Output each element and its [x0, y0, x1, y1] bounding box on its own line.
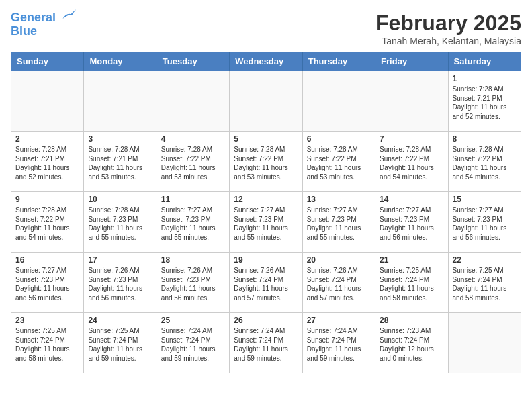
- calendar-cell: [375, 71, 448, 132]
- calendar-cell: 7Sunrise: 7:28 AM Sunset: 7:22 PM Daylig…: [375, 132, 448, 192]
- logo: General Blue: [11, 11, 77, 38]
- day-info: Sunrise: 7:28 AM Sunset: 7:22 PM Dayligh…: [307, 145, 371, 181]
- day-number: 27: [307, 316, 371, 325]
- calendar-cell: 20Sunrise: 7:26 AM Sunset: 7:24 PM Dayli…: [302, 253, 375, 313]
- day-info: Sunrise: 7:27 AM Sunset: 7:23 PM Dayligh…: [234, 205, 298, 242]
- day-number: 10: [88, 195, 152, 204]
- day-number: 5: [234, 134, 298, 144]
- week-row-0: 1Sunrise: 7:28 AM Sunset: 7:21 PM Daylig…: [11, 71, 521, 132]
- day-number: 23: [15, 316, 79, 325]
- calendar-cell: 1Sunrise: 7:28 AM Sunset: 7:21 PM Daylig…: [448, 71, 521, 132]
- day-number: 9: [15, 195, 79, 204]
- calendar-cell: [157, 71, 229, 132]
- day-number: 16: [15, 255, 79, 265]
- logo-general: General: [11, 11, 56, 24]
- day-info: Sunrise: 7:28 AM Sunset: 7:23 PM Dayligh…: [88, 205, 152, 242]
- day-info: Sunrise: 7:28 AM Sunset: 7:21 PM Dayligh…: [88, 145, 152, 181]
- calendar-table: SundayMondayTuesdayWednesdayThursdayFrid…: [11, 52, 521, 373]
- day-info: Sunrise: 7:28 AM Sunset: 7:22 PM Dayligh…: [15, 205, 79, 242]
- calendar-cell: 8Sunrise: 7:28 AM Sunset: 7:22 PM Daylig…: [448, 132, 521, 192]
- day-number: 15: [453, 195, 517, 204]
- calendar-cell: 15Sunrise: 7:27 AM Sunset: 7:23 PM Dayli…: [448, 192, 521, 253]
- day-number: 7: [380, 134, 443, 144]
- logo-bird-icon: [60, 8, 77, 21]
- day-number: 28: [380, 316, 443, 325]
- calendar-cell: 25Sunrise: 7:24 AM Sunset: 7:24 PM Dayli…: [157, 313, 229, 373]
- day-info: Sunrise: 7:24 AM Sunset: 7:24 PM Dayligh…: [234, 326, 298, 363]
- calendar-cell: [84, 71, 157, 132]
- day-info: Sunrise: 7:23 AM Sunset: 7:24 PM Dayligh…: [380, 326, 443, 363]
- day-number: 20: [307, 255, 371, 265]
- calendar-cell: [448, 313, 521, 373]
- column-header-tuesday: Tuesday: [157, 52, 229, 71]
- calendar-cell: 17Sunrise: 7:26 AM Sunset: 7:23 PM Dayli…: [84, 253, 157, 313]
- day-number: 12: [234, 195, 298, 204]
- calendar-header-row: SundayMondayTuesdayWednesdayThursdayFrid…: [11, 52, 521, 71]
- day-info: Sunrise: 7:27 AM Sunset: 7:23 PM Dayligh…: [453, 205, 517, 242]
- calendar-cell: 10Sunrise: 7:28 AM Sunset: 7:23 PM Dayli…: [84, 192, 157, 253]
- column-header-sunday: Sunday: [11, 52, 84, 71]
- day-number: 4: [161, 134, 225, 144]
- calendar-cell: [302, 71, 375, 132]
- day-number: 19: [234, 255, 298, 265]
- column-header-thursday: Thursday: [302, 52, 375, 71]
- calendar-cell: 2Sunrise: 7:28 AM Sunset: 7:21 PM Daylig…: [11, 132, 84, 192]
- day-info: Sunrise: 7:28 AM Sunset: 7:22 PM Dayligh…: [234, 145, 298, 181]
- calendar-cell: 26Sunrise: 7:24 AM Sunset: 7:24 PM Dayli…: [230, 313, 302, 373]
- day-info: Sunrise: 7:25 AM Sunset: 7:24 PM Dayligh…: [453, 266, 517, 302]
- day-info: Sunrise: 7:25 AM Sunset: 7:24 PM Dayligh…: [380, 266, 443, 302]
- day-info: Sunrise: 7:26 AM Sunset: 7:24 PM Dayligh…: [307, 266, 371, 302]
- calendar-cell: 16Sunrise: 7:27 AM Sunset: 7:23 PM Dayli…: [11, 253, 84, 313]
- calendar-cell: 24Sunrise: 7:25 AM Sunset: 7:24 PM Dayli…: [84, 313, 157, 373]
- day-info: Sunrise: 7:25 AM Sunset: 7:24 PM Dayligh…: [88, 326, 152, 363]
- day-number: 6: [307, 134, 371, 144]
- calendar-cell: 13Sunrise: 7:27 AM Sunset: 7:23 PM Dayli…: [302, 192, 375, 253]
- month-title: February 2025: [375, 11, 521, 36]
- calendar-cell: 11Sunrise: 7:27 AM Sunset: 7:23 PM Dayli…: [157, 192, 229, 253]
- week-row-3: 16Sunrise: 7:27 AM Sunset: 7:23 PM Dayli…: [11, 253, 521, 313]
- calendar-cell: 21Sunrise: 7:25 AM Sunset: 7:24 PM Dayli…: [375, 253, 448, 313]
- day-number: 17: [88, 255, 152, 265]
- day-info: Sunrise: 7:26 AM Sunset: 7:24 PM Dayligh…: [234, 266, 298, 302]
- day-number: 1: [453, 74, 517, 83]
- calendar-cell: 4Sunrise: 7:28 AM Sunset: 7:22 PM Daylig…: [157, 132, 229, 192]
- calendar-cell: 18Sunrise: 7:26 AM Sunset: 7:23 PM Dayli…: [157, 253, 229, 313]
- day-number: 21: [380, 255, 443, 265]
- day-number: 3: [88, 134, 152, 144]
- day-number: 22: [453, 255, 517, 265]
- calendar-cell: 22Sunrise: 7:25 AM Sunset: 7:24 PM Dayli…: [448, 253, 521, 313]
- day-number: 18: [161, 255, 225, 265]
- day-info: Sunrise: 7:27 AM Sunset: 7:23 PM Dayligh…: [380, 205, 443, 242]
- calendar-cell: [230, 71, 302, 132]
- day-info: Sunrise: 7:24 AM Sunset: 7:24 PM Dayligh…: [307, 326, 371, 363]
- calendar-cell: 5Sunrise: 7:28 AM Sunset: 7:22 PM Daylig…: [230, 132, 302, 192]
- week-row-4: 23Sunrise: 7:25 AM Sunset: 7:24 PM Dayli…: [11, 313, 521, 373]
- calendar-cell: 23Sunrise: 7:25 AM Sunset: 7:24 PM Dayli…: [11, 313, 84, 373]
- day-number: 25: [161, 316, 225, 325]
- calendar-cell: 14Sunrise: 7:27 AM Sunset: 7:23 PM Dayli…: [375, 192, 448, 253]
- calendar-cell: 27Sunrise: 7:24 AM Sunset: 7:24 PM Dayli…: [302, 313, 375, 373]
- week-row-1: 2Sunrise: 7:28 AM Sunset: 7:21 PM Daylig…: [11, 132, 521, 192]
- day-info: Sunrise: 7:28 AM Sunset: 7:21 PM Dayligh…: [15, 145, 79, 181]
- calendar-cell: [11, 71, 84, 132]
- calendar-cell: 3Sunrise: 7:28 AM Sunset: 7:21 PM Daylig…: [84, 132, 157, 192]
- column-header-saturday: Saturday: [448, 52, 521, 71]
- day-info: Sunrise: 7:25 AM Sunset: 7:24 PM Dayligh…: [15, 326, 79, 363]
- day-number: 13: [307, 195, 371, 204]
- calendar-cell: 9Sunrise: 7:28 AM Sunset: 7:22 PM Daylig…: [11, 192, 84, 253]
- day-info: Sunrise: 7:28 AM Sunset: 7:22 PM Dayligh…: [453, 145, 517, 181]
- day-number: 24: [88, 316, 152, 325]
- day-info: Sunrise: 7:27 AM Sunset: 7:23 PM Dayligh…: [307, 205, 371, 242]
- week-row-2: 9Sunrise: 7:28 AM Sunset: 7:22 PM Daylig…: [11, 192, 521, 253]
- day-info: Sunrise: 7:27 AM Sunset: 7:23 PM Dayligh…: [161, 205, 225, 242]
- page-header: General Blue February 2025 Tanah Merah, …: [11, 11, 521, 46]
- location-subtitle: Tanah Merah, Kelantan, Malaysia: [375, 36, 521, 46]
- day-number: 8: [453, 134, 517, 144]
- column-header-wednesday: Wednesday: [230, 52, 302, 71]
- logo-blue: Blue: [11, 24, 37, 38]
- day-number: 14: [380, 195, 443, 204]
- day-info: Sunrise: 7:26 AM Sunset: 7:23 PM Dayligh…: [161, 266, 225, 302]
- day-info: Sunrise: 7:24 AM Sunset: 7:24 PM Dayligh…: [161, 326, 225, 363]
- calendar-cell: 28Sunrise: 7:23 AM Sunset: 7:24 PM Dayli…: [375, 313, 448, 373]
- day-info: Sunrise: 7:28 AM Sunset: 7:22 PM Dayligh…: [161, 145, 225, 181]
